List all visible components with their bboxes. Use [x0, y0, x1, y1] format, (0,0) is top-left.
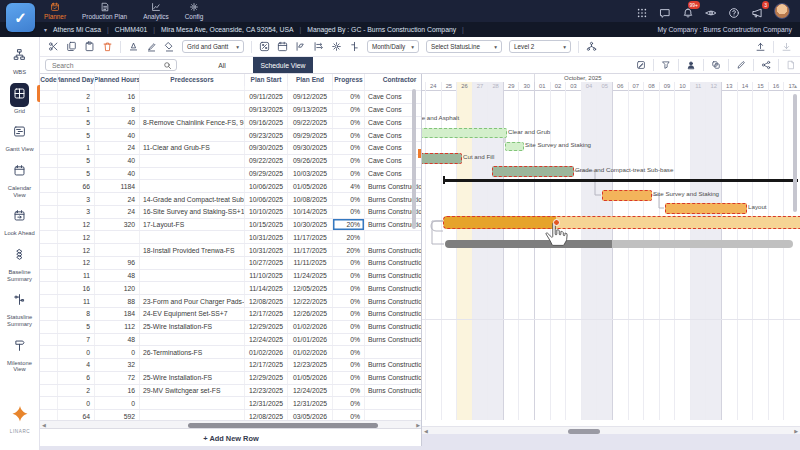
cell-plan-end[interactable]: 12/24/2025: [288, 385, 333, 397]
cell-predecessors[interactable]: [140, 155, 245, 167]
cell-code[interactable]: [40, 270, 58, 282]
cell-plan-start[interactable]: 12/08/2025: [245, 295, 288, 307]
cell-plan-end[interactable]: 09/26/2025: [288, 155, 333, 167]
help-button[interactable]: [728, 5, 740, 17]
cell-plan-start[interactable]: 12/29/2025: [245, 372, 288, 384]
cell-progress[interactable]: 20%: [333, 219, 365, 231]
cell-code[interactable]: [40, 385, 58, 397]
apps-grid-button[interactable]: [636, 5, 648, 17]
cell-predecessors[interactable]: 8-Remove Chainlink Fence-FS, 9-Remove ..…: [140, 117, 245, 129]
cell-code[interactable]: [40, 257, 58, 269]
column-header-progress[interactable]: Progress: [333, 74, 365, 86]
assignee-icon[interactable]: [686, 60, 696, 70]
panel-divider[interactable]: [421, 74, 422, 446]
cell-plan-start[interactable]: 09/22/2025: [245, 155, 288, 167]
cell-planned-hours[interactable]: 72: [95, 372, 140, 384]
nav-tab-planner[interactable]: Planner: [44, 2, 66, 20]
gantt-bar-amber[interactable]: [443, 216, 800, 229]
cell-code[interactable]: [40, 142, 58, 154]
cell-contractor[interactable]: [365, 397, 422, 409]
dependencies-icon[interactable]: [313, 41, 324, 52]
cell-plan-start[interactable]: 11/14/2025: [245, 282, 288, 294]
edit-box-icon[interactable]: [636, 60, 646, 70]
cell-predecessors[interactable]: [140, 104, 245, 116]
cell-planned-hours[interactable]: 40: [95, 168, 140, 180]
cell-predecessors[interactable]: 16-Site Survey and Staking-SS+1: [140, 206, 245, 218]
cell-progress[interactable]: 0%: [333, 168, 365, 180]
cell-plan-start[interactable]: 11/10/2025: [245, 270, 288, 282]
cell-plan-start[interactable]: 12/31/2025: [245, 397, 288, 409]
cell-plan-start[interactable]: 10/10/2025: [245, 206, 288, 218]
cell-predecessors[interactable]: [140, 91, 245, 103]
cell-code[interactable]: [40, 155, 58, 167]
statusline-icon[interactable]: [349, 41, 360, 52]
cell-contractor[interactable]: Burns Construction: [365, 270, 422, 282]
cell-code[interactable]: [40, 91, 58, 103]
cell-plan-start[interactable]: 10/15/2025: [245, 219, 288, 231]
cell-predecessors[interactable]: [140, 231, 245, 243]
cell-contractor[interactable]: Burns Construction: [365, 334, 422, 346]
cell-plan-start[interactable]: 09/11/2025: [245, 91, 288, 103]
cell-plan-end[interactable]: 09/22/2025: [288, 117, 333, 129]
cell-planned-days[interactable]: 11: [58, 295, 95, 307]
cell-code[interactable]: [40, 168, 58, 180]
cell-planned-hours[interactable]: 40: [95, 155, 140, 167]
cell-progress[interactable]: 0%: [333, 308, 365, 320]
cell-planned-hours[interactable]: 120: [95, 282, 140, 294]
settings-icon[interactable]: [331, 41, 342, 52]
cell-planned-days[interactable]: 4: [58, 359, 95, 371]
search-input[interactable]: [50, 61, 163, 70]
cell-planned-days[interactable]: 12: [58, 257, 95, 269]
cell-contractor[interactable]: Burns Construction: [365, 385, 422, 397]
cell-plan-start[interactable]: 09/30/2025: [245, 142, 288, 154]
copy-icon[interactable]: [66, 41, 77, 52]
cell-progress[interactable]: 0%: [333, 270, 365, 282]
cell-plan-start[interactable]: 12/24/2025: [245, 334, 288, 346]
sidebar-item-gantt-view[interactable]: Gantt View: [0, 121, 40, 153]
cell-predecessors[interactable]: [140, 397, 245, 409]
cell-planned-days[interactable]: 5: [58, 129, 95, 141]
gantt-bar-summary[interactable]: [443, 179, 798, 182]
duplicate-icon[interactable]: [711, 60, 721, 70]
sidebar-item-wbs[interactable]: WBS: [0, 44, 40, 76]
fill-underline-icon[interactable]: [164, 41, 175, 52]
cell-planned-days[interactable]: 0: [58, 397, 95, 409]
cell-predecessors[interactable]: [140, 129, 245, 141]
cell-plan-end[interactable]: 12/05/2025: [288, 282, 333, 294]
cell-progress[interactable]: 4%: [333, 180, 365, 192]
cell-plan-end[interactable]: 03/05/2026: [288, 410, 333, 420]
cell-planned-days[interactable]: 12: [58, 231, 95, 243]
time-scale-dropdown[interactable]: Month/Daily▾: [367, 40, 419, 53]
cell-contractor[interactable]: [365, 346, 422, 358]
cell-progress[interactable]: 0%: [333, 397, 365, 409]
cell-planned-hours[interactable]: 184: [95, 308, 140, 320]
cell-plan-end[interactable]: 10/08/2025: [288, 193, 333, 205]
cell-code[interactable]: [40, 295, 58, 307]
cell-progress[interactable]: 0%: [333, 372, 365, 384]
cell-progress[interactable]: 0%: [333, 295, 365, 307]
cell-predecessors[interactable]: 24-EV Equipment Set-SS+7: [140, 308, 245, 320]
cell-plan-start[interactable]: 12/29/2025: [245, 321, 288, 333]
cell-plan-end[interactable]: 11/17/2025: [288, 244, 333, 256]
cell-code[interactable]: [40, 321, 58, 333]
user-avatar[interactable]: [774, 3, 790, 19]
cell-contractor[interactable]: Burns Construction: [365, 282, 422, 294]
cell-code[interactable]: [40, 308, 58, 320]
project-name[interactable]: Athens Mi Casa: [53, 26, 101, 33]
critical-path-icon[interactable]: [295, 41, 306, 52]
calendar-badge-icon[interactable]: [277, 41, 288, 52]
megaphone-button[interactable]: 3: [751, 5, 763, 17]
share-icon[interactable]: [761, 60, 771, 70]
cell-plan-end[interactable]: 11/17/2025: [288, 231, 333, 243]
cell-code[interactable]: [40, 231, 58, 243]
cell-progress[interactable]: 0%: [333, 142, 365, 154]
bell-button[interactable]: 99+: [682, 5, 694, 17]
cell-planned-hours[interactable]: 16: [95, 385, 140, 397]
gantt-scroll-up-arrow[interactable]: ▲: [793, 83, 798, 89]
cell-planned-hours[interactable]: 8: [95, 104, 140, 116]
cell-plan-end[interactable]: 12/26/2025: [288, 308, 333, 320]
cell-plan-start[interactable]: 12/08/2025: [245, 410, 288, 420]
cell-predecessors[interactable]: [140, 282, 245, 294]
cell-contractor[interactable]: Burns Construction: [365, 308, 422, 320]
cell-predecessors[interactable]: 29-MV Switchgear set-FS: [140, 385, 245, 397]
